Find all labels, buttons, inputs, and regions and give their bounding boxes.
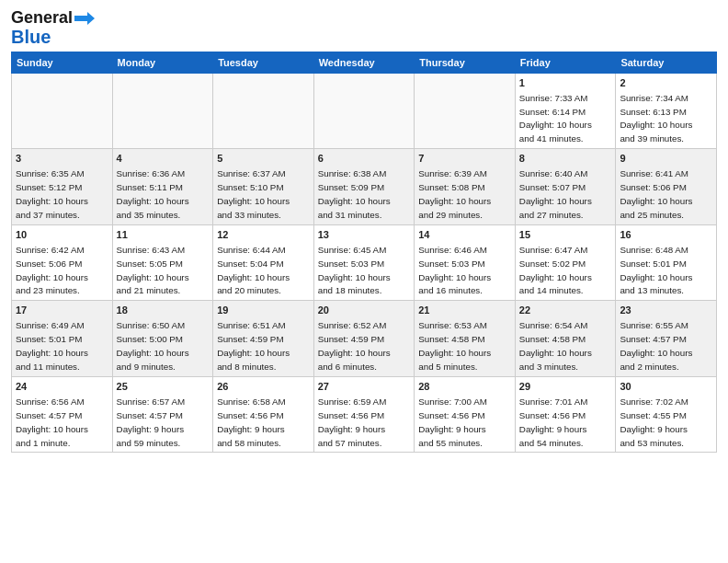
calendar-week-4: 17Sunrise: 6:49 AM Sunset: 5:01 PM Dayli…	[12, 301, 717, 377]
page: General Blue SundayMondayTuesdayWednesda…	[0, 0, 728, 462]
calendar-cell: 4Sunrise: 6:36 AM Sunset: 5:11 PM Daylig…	[112, 149, 213, 225]
day-info: Sunrise: 6:59 AM Sunset: 4:56 PM Dayligh…	[318, 396, 387, 448]
logo-text: General	[11, 9, 73, 28]
calendar-cell: 19Sunrise: 6:51 AM Sunset: 4:59 PM Dayli…	[213, 301, 314, 377]
day-number: 18	[117, 304, 210, 317]
weekday-header-monday: Monday	[112, 52, 213, 73]
day-info: Sunrise: 6:41 AM Sunset: 5:06 PM Dayligh…	[620, 168, 692, 220]
day-number: 3	[16, 152, 108, 166]
calendar-body: 1Sunrise: 7:33 AM Sunset: 6:14 PM Daylig…	[12, 73, 717, 453]
weekday-header-sunday: Sunday	[12, 52, 113, 73]
calendar-week-5: 24Sunrise: 6:56 AM Sunset: 4:57 PM Dayli…	[12, 376, 717, 453]
day-info: Sunrise: 6:54 AM Sunset: 4:58 PM Dayligh…	[519, 320, 592, 372]
calendar-cell: 12Sunrise: 6:44 AM Sunset: 5:04 PM Dayli…	[213, 224, 314, 301]
calendar-cell: 20Sunrise: 6:52 AM Sunset: 4:59 PM Dayli…	[313, 301, 415, 377]
day-info: Sunrise: 7:00 AM Sunset: 4:56 PM Dayligh…	[418, 396, 487, 448]
calendar-cell: 10Sunrise: 6:42 AM Sunset: 5:06 PM Dayli…	[12, 224, 113, 301]
calendar-cell: 18Sunrise: 6:50 AM Sunset: 5:00 PM Dayli…	[112, 301, 213, 377]
calendar-header: SundayMondayTuesdayWednesdayThursdayFrid…	[12, 52, 717, 73]
day-number: 2	[620, 76, 712, 90]
day-number: 9	[620, 152, 712, 166]
weekday-header-saturday: Saturday	[616, 52, 717, 73]
calendar-cell	[313, 73, 415, 149]
day-number: 28	[418, 380, 511, 394]
calendar-cell: 5Sunrise: 6:37 AM Sunset: 5:10 PM Daylig…	[213, 149, 314, 225]
day-info: Sunrise: 6:55 AM Sunset: 4:57 PM Dayligh…	[620, 320, 692, 372]
day-number: 22	[519, 304, 612, 317]
day-info: Sunrise: 6:40 AM Sunset: 5:07 PM Dayligh…	[519, 168, 592, 220]
calendar-cell	[112, 73, 213, 149]
logo-arrow-icon	[74, 12, 95, 25]
day-number: 24	[16, 380, 108, 394]
calendar-cell: 14Sunrise: 6:46 AM Sunset: 5:03 PM Dayli…	[415, 224, 516, 301]
day-number: 23	[620, 304, 712, 317]
day-number: 5	[217, 152, 310, 166]
day-info: Sunrise: 6:42 AM Sunset: 5:06 PM Dayligh…	[16, 245, 88, 296]
day-info: Sunrise: 6:52 AM Sunset: 4:59 PM Dayligh…	[318, 320, 391, 372]
day-info: Sunrise: 6:37 AM Sunset: 5:10 PM Dayligh…	[217, 168, 290, 220]
day-info: Sunrise: 7:01 AM Sunset: 4:56 PM Dayligh…	[519, 396, 588, 448]
logo-blue-text: Blue	[11, 28, 51, 46]
day-info: Sunrise: 6:53 AM Sunset: 4:58 PM Dayligh…	[418, 320, 491, 372]
day-number: 11	[117, 228, 210, 242]
day-info: Sunrise: 6:46 AM Sunset: 5:03 PM Dayligh…	[418, 245, 491, 296]
day-info: Sunrise: 7:34 AM Sunset: 6:13 PM Dayligh…	[620, 93, 692, 144]
calendar-cell: 9Sunrise: 6:41 AM Sunset: 5:06 PM Daylig…	[616, 149, 717, 225]
day-number: 15	[519, 228, 612, 242]
calendar-week-3: 10Sunrise: 6:42 AM Sunset: 5:06 PM Dayli…	[12, 224, 717, 301]
calendar-cell: 27Sunrise: 6:59 AM Sunset: 4:56 PM Dayli…	[313, 376, 415, 453]
calendar-cell	[12, 73, 113, 149]
logo: General Blue	[11, 9, 95, 46]
day-number: 19	[217, 304, 310, 317]
day-number: 27	[318, 380, 411, 394]
day-number: 29	[519, 380, 612, 394]
day-number: 30	[620, 380, 712, 394]
day-info: Sunrise: 7:33 AM Sunset: 6:14 PM Dayligh…	[519, 93, 592, 144]
calendar-cell: 11Sunrise: 6:43 AM Sunset: 5:05 PM Dayli…	[112, 224, 213, 301]
calendar-cell: 13Sunrise: 6:45 AM Sunset: 5:03 PM Dayli…	[313, 224, 415, 301]
day-number: 4	[117, 152, 210, 166]
weekday-header-wednesday: Wednesday	[313, 52, 415, 73]
calendar-cell: 21Sunrise: 6:53 AM Sunset: 4:58 PM Dayli…	[415, 301, 516, 377]
calendar-cell: 25Sunrise: 6:57 AM Sunset: 4:57 PM Dayli…	[112, 376, 213, 453]
weekday-header-thursday: Thursday	[415, 52, 516, 73]
calendar-cell: 17Sunrise: 6:49 AM Sunset: 5:01 PM Dayli…	[12, 301, 113, 377]
calendar-cell: 22Sunrise: 6:54 AM Sunset: 4:58 PM Dayli…	[515, 301, 616, 377]
day-number: 13	[318, 228, 411, 242]
day-number: 25	[117, 380, 210, 394]
calendar-cell: 23Sunrise: 6:55 AM Sunset: 4:57 PM Dayli…	[616, 301, 717, 377]
day-number: 16	[620, 228, 712, 242]
day-number: 20	[318, 304, 411, 317]
day-number: 14	[418, 228, 511, 242]
day-info: Sunrise: 6:38 AM Sunset: 5:09 PM Dayligh…	[318, 168, 391, 220]
calendar-cell: 26Sunrise: 6:58 AM Sunset: 4:56 PM Dayli…	[213, 376, 314, 453]
calendar-week-1: 1Sunrise: 7:33 AM Sunset: 6:14 PM Daylig…	[12, 73, 717, 149]
day-info: Sunrise: 6:36 AM Sunset: 5:11 PM Dayligh…	[117, 168, 189, 220]
calendar-week-2: 3Sunrise: 6:35 AM Sunset: 5:12 PM Daylig…	[12, 149, 717, 225]
calendar-table: SundayMondayTuesdayWednesdayThursdayFrid…	[11, 52, 717, 454]
calendar-cell: 15Sunrise: 6:47 AM Sunset: 5:02 PM Dayli…	[515, 224, 616, 301]
day-info: Sunrise: 6:39 AM Sunset: 5:08 PM Dayligh…	[418, 168, 491, 220]
day-number: 12	[217, 228, 310, 242]
calendar-cell: 30Sunrise: 7:02 AM Sunset: 4:55 PM Dayli…	[616, 376, 717, 453]
calendar-cell	[415, 73, 516, 149]
calendar-cell: 6Sunrise: 6:38 AM Sunset: 5:09 PM Daylig…	[313, 149, 415, 225]
calendar-cell: 3Sunrise: 6:35 AM Sunset: 5:12 PM Daylig…	[12, 149, 113, 225]
header: General Blue	[11, 9, 717, 46]
day-number: 7	[418, 152, 511, 166]
day-info: Sunrise: 6:45 AM Sunset: 5:03 PM Dayligh…	[318, 245, 391, 296]
day-info: Sunrise: 6:51 AM Sunset: 4:59 PM Dayligh…	[217, 320, 290, 372]
calendar-cell: 8Sunrise: 6:40 AM Sunset: 5:07 PM Daylig…	[515, 149, 616, 225]
day-info: Sunrise: 6:56 AM Sunset: 4:57 PM Dayligh…	[16, 396, 88, 448]
weekday-header-friday: Friday	[515, 52, 616, 73]
calendar-cell	[213, 73, 314, 149]
day-number: 17	[16, 304, 108, 317]
day-number: 10	[16, 228, 108, 242]
calendar-cell: 1Sunrise: 7:33 AM Sunset: 6:14 PM Daylig…	[515, 73, 616, 149]
day-number: 21	[418, 304, 511, 317]
calendar-cell: 28Sunrise: 7:00 AM Sunset: 4:56 PM Dayli…	[415, 376, 516, 453]
calendar-cell: 2Sunrise: 7:34 AM Sunset: 6:13 PM Daylig…	[616, 73, 717, 149]
weekday-header-tuesday: Tuesday	[213, 52, 314, 73]
day-info: Sunrise: 6:44 AM Sunset: 5:04 PM Dayligh…	[217, 245, 290, 296]
day-info: Sunrise: 7:02 AM Sunset: 4:55 PM Dayligh…	[620, 396, 688, 448]
